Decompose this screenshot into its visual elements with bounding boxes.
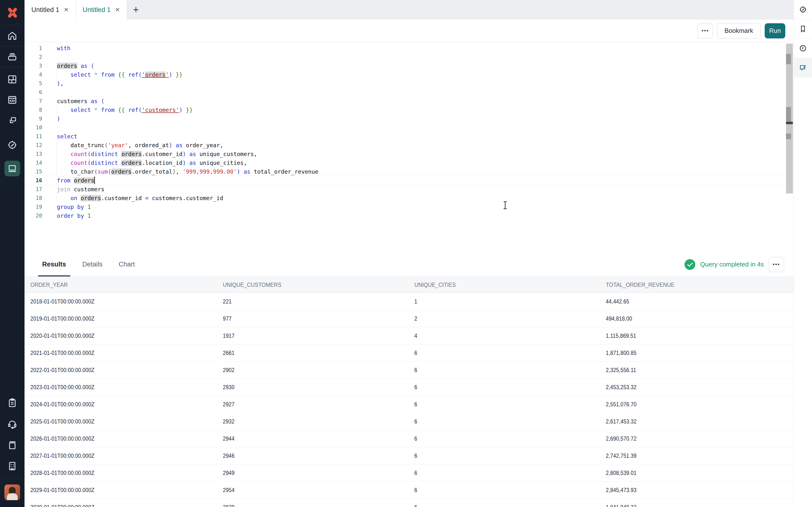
hex-logo[interactable]	[0, 0, 24, 25]
code-text: select * from {{ ref('customers') }}	[57, 106, 193, 114]
table-row[interactable]: 2025-01-01T00:00:00.000Z293262,617,453.3…	[24, 413, 794, 430]
table-cell: 1	[408, 293, 600, 310]
sidebar-item-organization[interactable]	[7, 461, 18, 471]
results-more-button[interactable]: •••	[769, 257, 784, 272]
table-row[interactable]: 2029-01-01T00:00:00.000Z295462,845,473.9…	[24, 482, 794, 499]
table-row[interactable]: 2026-01-01T00:00:00.000Z294462,690,570.7…	[24, 430, 794, 447]
table-row[interactable]: 2030-01-01T00:00:00.000Z287961,841,049.3…	[24, 499, 794, 507]
table-cell: 221	[217, 293, 408, 310]
code-line[interactable]: 12 date_trunc('year', ordered_at) as ord…	[24, 141, 794, 150]
table-cell: 2027-01-01T00:00:00.000Z	[24, 447, 217, 464]
right-item-bookmarks[interactable]	[794, 19, 812, 39]
table-cell: 2026-01-01T00:00:00.000Z	[24, 430, 217, 447]
code-line[interactable]: 16from orders	[24, 176, 794, 185]
table-cell: 2023-01-01T00:00:00.000Z	[24, 379, 217, 396]
table-row[interactable]: 2018-01-01T00:00:00.000Z221144,442.65	[24, 293, 794, 310]
right-item-history[interactable]	[794, 39, 812, 58]
close-icon[interactable]: ✕	[64, 6, 69, 13]
results-tab-bar: Results Details Chart Query completed in…	[24, 252, 794, 277]
user-avatar[interactable]	[4, 485, 20, 500]
building-icon	[7, 461, 18, 471]
sidebar-item-app-builder-active[interactable]	[4, 161, 20, 176]
column-header[interactable]: UNIQUE_CITIES	[408, 277, 600, 293]
code-line[interactable]: 11select	[24, 132, 794, 141]
line-number: 6	[24, 88, 42, 97]
code-line[interactable]: 20order by 1	[24, 211, 794, 220]
right-item-ai-chat[interactable]	[794, 58, 812, 77]
home-icon	[7, 31, 18, 41]
code-line[interactable]: 4 select * from {{ ref('orders') }}	[24, 70, 794, 79]
code-line[interactable]: 7customers as (	[24, 97, 794, 106]
tab-untitled-1[interactable]: Untitled 1 ✕	[24, 0, 76, 19]
code-line[interactable]: 3orders as (	[24, 61, 794, 70]
code-line[interactable]: 14 count(distinct orders.location_id) as…	[24, 159, 794, 167]
tab-results[interactable]: Results	[38, 252, 70, 277]
table-cell: 977	[217, 310, 408, 327]
table-row[interactable]: 2027-01-01T00:00:00.000Z294662,742,751.3…	[24, 447, 794, 464]
table-row[interactable]: 2023-01-01T00:00:00.000Z293062,453,253.3…	[24, 379, 794, 396]
column-header[interactable]: UNIQUE_CUSTOMERS	[217, 277, 408, 293]
sidebar-item-code-browser[interactable]	[7, 95, 18, 105]
line-number: 9	[24, 114, 42, 123]
table-row[interactable]: 2022-01-01T00:00:00.000Z290262,325,556.1…	[24, 361, 794, 379]
line-number: 12	[24, 141, 42, 150]
right-item-explore[interactable]	[794, 0, 812, 19]
table-row[interactable]: 2020-01-01T00:00:00.000Z191741,115,869.5…	[24, 327, 794, 344]
laptop-icon	[7, 163, 18, 174]
sidebar-item-home[interactable]	[0, 25, 24, 46]
tab-bar: Untitled 1 ✕ Untitled 1 ✕ +	[24, 0, 794, 19]
table-cell: 6	[408, 447, 600, 464]
table-cell: 494,818.00	[600, 310, 792, 327]
tab-label: Untitled 1	[32, 6, 59, 14]
sidebar-item-collections[interactable]	[0, 46, 24, 67]
bookmark-button[interactable]: Bookmark	[717, 23, 761, 39]
table-row[interactable]: 2024-01-01T00:00:00.000Z292762,551,076.7…	[24, 396, 794, 413]
code-line[interactable]: 2	[24, 53, 794, 61]
code-lines: 1with23orders as (4 select * from {{ ref…	[24, 44, 794, 220]
sidebar-item-dashboard[interactable]	[7, 74, 18, 85]
windows-icon	[7, 115, 18, 126]
tab-chart[interactable]: Chart	[114, 252, 139, 277]
code-line[interactable]: 10	[24, 123, 794, 132]
column-header[interactable]: TOTAL_ORDER_REVENUE	[600, 277, 792, 293]
code-line[interactable]: 5),	[24, 79, 794, 88]
code-line[interactable]: 1with	[24, 44, 794, 53]
more-options-button[interactable]: •••	[698, 23, 713, 39]
sql-editor[interactable]: 1with23orders as (4 select * from {{ ref…	[24, 42, 794, 252]
tab-details[interactable]: Details	[78, 252, 107, 277]
column-header[interactable]: ORDER_YEAR	[24, 277, 217, 293]
table-cell: 6	[408, 430, 600, 447]
code-line[interactable]: 8 select * from {{ ref('customers') }}	[24, 106, 794, 114]
sidebar-item-changelog[interactable]	[7, 397, 18, 408]
code-text: from orders	[57, 176, 95, 185]
table-row[interactable]: 2021-01-01T00:00:00.000Z266161,871,800.8…	[24, 344, 794, 361]
editor-overview-ruler[interactable]	[786, 44, 793, 193]
line-number: 14	[24, 159, 42, 167]
table-cell: 2021-01-01T00:00:00.000Z	[24, 344, 217, 361]
run-button[interactable]: Run	[765, 23, 785, 39]
table-cell: 2,690,570.72	[600, 430, 792, 447]
new-tab-button[interactable]: +	[127, 0, 145, 19]
sidebar-item-components[interactable]	[7, 115, 18, 126]
bookmark-icon	[799, 25, 807, 33]
clipboard-icon	[7, 397, 18, 408]
code-line[interactable]: 6	[24, 88, 794, 97]
code-line[interactable]: 13 count(distinct orders.customer_id) as…	[24, 150, 794, 159]
code-line[interactable]: 19group by 1	[24, 203, 794, 211]
code-line[interactable]: 9)	[24, 114, 794, 123]
tab-untitled-2[interactable]: Untitled 1 ✕	[76, 0, 127, 19]
line-number: 4	[24, 70, 42, 79]
table-row[interactable]: 2028-01-01T00:00:00.000Z294962,808,539.0…	[24, 464, 794, 482]
table-row[interactable]: 2019-01-01T00:00:00.000Z9772494,818.00	[24, 310, 794, 327]
line-number: 2	[24, 53, 42, 61]
close-icon[interactable]: ✕	[115, 6, 120, 13]
table-cell: 2024-01-01T00:00:00.000Z	[24, 396, 217, 413]
sidebar-item-support[interactable]	[7, 418, 18, 429]
code-line[interactable]: 18 on orders.customer_id = customers.cus…	[24, 194, 794, 203]
code-line[interactable]: 17join customers	[24, 185, 794, 194]
sidebar-item-explore[interactable]	[7, 139, 18, 150]
sidebar-item-docs[interactable]	[7, 440, 18, 450]
code-line[interactable]: 15 to_char(sum(orders.order_total), '999…	[24, 167, 794, 176]
table-cell: 6	[408, 464, 600, 481]
line-number: 20	[24, 211, 42, 220]
